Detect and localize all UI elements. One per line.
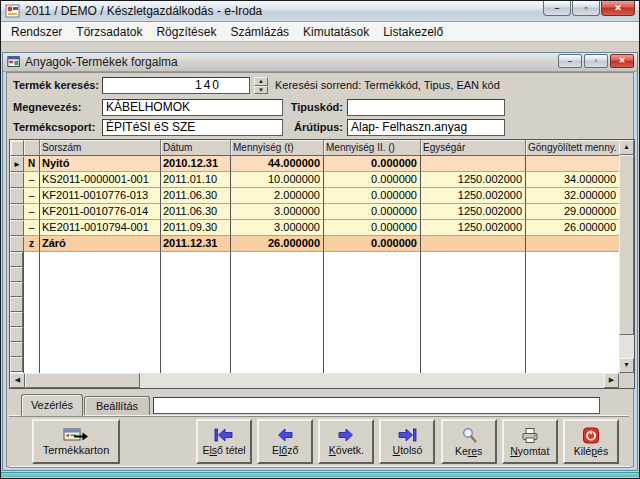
form-icon — [7, 55, 21, 69]
status-field[interactable] — [153, 397, 600, 414]
next-button[interactable]: Követk. — [318, 419, 374, 464]
form-maximize-icon[interactable]: ▫ — [584, 54, 608, 68]
minimize-icon[interactable]: – — [543, 1, 571, 16]
row-selector[interactable] — [10, 267, 23, 282]
scrollbar-corner — [619, 373, 634, 388]
first-item-icon — [213, 427, 235, 443]
close-icon[interactable]: ✕ — [601, 1, 635, 16]
product-card-button-label: Termékkarton — [43, 444, 110, 456]
row-selector[interactable] — [10, 342, 23, 357]
table-cell: 1250.002000 — [421, 188, 526, 204]
tab-beallitas[interactable]: Beállítás — [84, 396, 150, 416]
first-item-button[interactable]: Első tétel — [196, 419, 252, 464]
goods-type-label: Árútipus: — [257, 119, 343, 136]
table-cell: 2011.12.31 — [161, 236, 231, 252]
menu-item-rendszer[interactable]: Rendszer — [4, 23, 69, 41]
navigation-buttons: Első tétel Előző Követk. — [196, 419, 619, 464]
form-titlebar[interactable]: Anyagok-Termékek forgalma – ▫ ✕ — [3, 53, 637, 72]
last-icon — [396, 427, 418, 443]
search-order-note: Keresési sorrend: Termékkód, Tipus, EAN … — [275, 77, 500, 94]
column-header-mennyiseg[interactable]: Mennyiség (t) — [231, 140, 324, 156]
menu-item-kimutatasok[interactable]: Kimutatások — [296, 23, 376, 41]
type-code-label: Tipuskód: — [257, 99, 343, 116]
table-cell: 0.000000 — [324, 188, 421, 204]
vertical-scrollbar[interactable]: ▲ ▼ — [619, 140, 634, 373]
table-cell: KF2011-0010776-013 — [40, 188, 161, 204]
search-icon — [459, 427, 479, 444]
vertical-scroll-thumb[interactable] — [619, 155, 634, 335]
goods-type-field[interactable]: Alap- Felhaszn.anyag — [347, 119, 505, 136]
product-group-field[interactable]: ÉPITéSI éS SZE — [102, 119, 283, 136]
column-header-gongyolitett[interactable]: Göngyölített menny. — [526, 140, 619, 156]
product-card-button[interactable]: Termékkarton — [32, 419, 120, 464]
table-row[interactable]: –KF2011-0010776-0142011.06.303.0000000.0… — [10, 204, 619, 220]
table-cell: Záró — [40, 236, 161, 252]
horizontal-scrollbar[interactable]: ◀ ▶ — [10, 373, 619, 388]
spinner-down-icon[interactable]: ▼ — [254, 86, 268, 95]
product-group-label: Termékcsoport: — [13, 119, 95, 136]
type-code-field[interactable] — [347, 99, 505, 116]
maximize-icon[interactable]: ▫ — [572, 1, 600, 16]
horizontal-scroll-thumb[interactable] — [25, 373, 140, 388]
grid-rows: ►NNyitó2010.12.3144.0000000.000000–KS201… — [10, 156, 619, 252]
row-selector[interactable] — [10, 236, 24, 252]
row-selector[interactable] — [10, 312, 23, 327]
previous-icon — [274, 427, 296, 443]
table-row[interactable]: –KS2011-0000001-0012011.01.1010.0000000.… — [10, 172, 619, 188]
last-button[interactable]: Utolsó — [379, 419, 435, 464]
row-selector[interactable] — [10, 252, 23, 267]
column-header-egysegar[interactable]: Egységár — [421, 140, 526, 156]
row-selector[interactable] — [10, 327, 23, 342]
column-header-datum[interactable]: Dátum — [161, 140, 231, 156]
previous-button[interactable]: Előző — [257, 419, 313, 464]
form-window-controls: – ▫ ✕ — [556, 54, 634, 68]
titlebar[interactable]: 2011 / DEMO / Készletgazdálkodás - e-Iro… — [1, 1, 639, 22]
search-button[interactable]: Keres — [441, 419, 497, 464]
table-row[interactable]: –KF2011-0010776-0132011.06.302.0000000.0… — [10, 188, 619, 204]
form-window: Anyagok-Termékek forgalma – ▫ ✕ Termék k… — [2, 52, 638, 471]
row-selector[interactable] — [10, 357, 23, 372]
table-cell: 2.000000 — [231, 188, 324, 204]
scroll-left-icon[interactable]: ◀ — [10, 373, 25, 388]
search-spinner: ▲ ▼ — [254, 77, 268, 94]
exit-button[interactable]: Kilépés — [563, 419, 619, 464]
form-close-icon[interactable]: ✕ — [610, 54, 634, 68]
table-cell: 2011.06.30 — [161, 204, 231, 220]
table-cell — [526, 236, 619, 252]
row-type-marker: – — [24, 188, 40, 204]
menu-item-rogzitesek[interactable]: Rögzítések — [149, 23, 223, 41]
row-selector[interactable] — [10, 297, 23, 312]
app-window: 2011 / DEMO / Készletgazdálkodás - e-Iro… — [0, 0, 640, 479]
table-cell: 3.000000 — [231, 204, 324, 220]
row-selector[interactable] — [10, 282, 23, 297]
table-row[interactable]: zZáró2011.12.3126.0000000.000000 — [10, 236, 619, 252]
name-field[interactable]: KÁBELHOMOK — [102, 99, 283, 116]
table-row[interactable]: –KE2011-0010794-0012011.09.303.0000000.0… — [10, 220, 619, 236]
row-selector[interactable]: ► — [10, 156, 24, 172]
table-cell: 1250.002000 — [421, 220, 526, 236]
scroll-right-icon[interactable]: ▶ — [604, 373, 619, 388]
scroll-up-icon[interactable]: ▲ — [619, 140, 634, 155]
bottom-groove — [9, 466, 631, 468]
menu-item-listakezelo[interactable]: Listakezelő — [376, 23, 450, 41]
row-type-marker: z — [24, 236, 40, 252]
row-selector[interactable] — [10, 188, 24, 204]
tab-vezerles[interactable]: Vezérlés — [21, 394, 83, 416]
menu-item-torzsadatok[interactable]: Törzsadatok — [69, 23, 149, 41]
table-cell: 3.000000 — [231, 220, 324, 236]
mdi-area: Anyagok-Termékek forgalma – ▫ ✕ Termék k… — [1, 42, 639, 478]
row-selector[interactable] — [10, 172, 24, 188]
row-selector[interactable] — [10, 204, 24, 220]
print-button[interactable]: Nyomtat — [502, 419, 558, 464]
product-search-input[interactable]: 140 — [102, 77, 250, 94]
column-header-sorszam[interactable]: Sorszám — [40, 140, 161, 156]
grid-filler — [10, 252, 619, 373]
spinner-up-icon[interactable]: ▲ — [254, 77, 268, 86]
table-cell — [421, 156, 526, 172]
column-header-mennyiseg2[interactable]: Mennyiség II. () — [324, 140, 421, 156]
form-minimize-icon[interactable]: – — [558, 54, 582, 68]
menu-item-szamlazas[interactable]: Számlázás — [223, 23, 296, 41]
scroll-down-icon[interactable]: ▼ — [619, 358, 634, 373]
row-selector[interactable] — [10, 220, 24, 236]
table-row[interactable]: ►NNyitó2010.12.3144.0000000.000000 — [10, 156, 619, 172]
